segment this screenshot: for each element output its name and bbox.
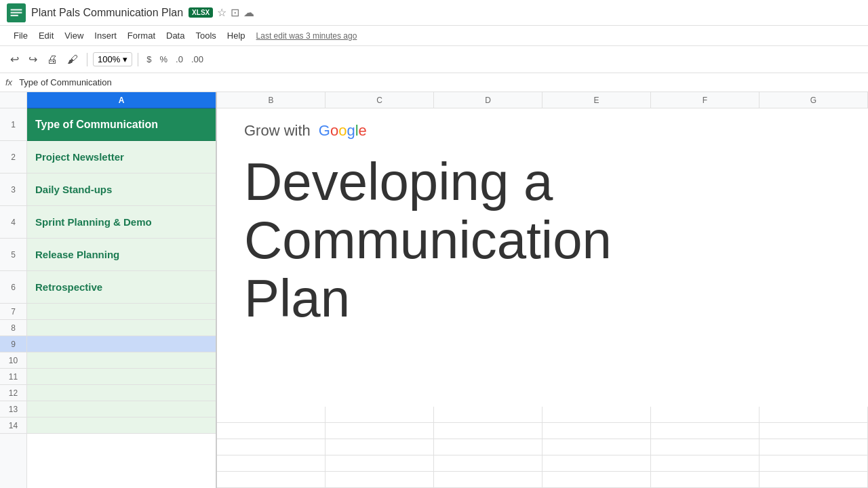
- grid-cell-b11[interactable]: [217, 439, 326, 455]
- grow-text: Grow with: [244, 122, 311, 140]
- grid-cell-g12[interactable]: [760, 455, 868, 471]
- col-e-header[interactable]: E: [542, 92, 651, 108]
- google-o1: o: [330, 122, 338, 139]
- row-num-8: 8: [0, 320, 26, 336]
- menu-view[interactable]: View: [59, 28, 89, 43]
- row-num-14: 14: [0, 418, 26, 434]
- cell-a9[interactable]: [27, 336, 216, 352]
- grid-cell-f10[interactable]: [651, 423, 760, 439]
- redo-button[interactable]: ↪: [25, 51, 41, 68]
- col-b-header[interactable]: B: [217, 92, 326, 108]
- col-d-header[interactable]: D: [434, 92, 542, 108]
- star-icon[interactable]: ☆: [217, 6, 226, 19]
- cell-a12[interactable]: [27, 385, 216, 401]
- menu-edit[interactable]: Edit: [33, 28, 59, 43]
- grid-cell-c9[interactable]: [326, 407, 434, 422]
- grid-cell-g11[interactable]: [760, 439, 868, 455]
- row-num-7: 7: [0, 304, 26, 320]
- fx-label: fx: [5, 77, 12, 87]
- zoom-value: 100%: [98, 54, 120, 64]
- grid-cell-g13[interactable]: [760, 472, 868, 487]
- grid-cell-e9[interactable]: [542, 407, 651, 422]
- grid-cell-d11[interactable]: [434, 439, 542, 455]
- grid-cell-c10[interactable]: [326, 423, 434, 439]
- cell-a2[interactable]: Project Newsletter: [27, 141, 216, 174]
- row-num-1: 1: [0, 108, 26, 141]
- cell-a8[interactable]: [27, 320, 216, 336]
- content-area: B C D E F G Grow with Google Developing …: [217, 92, 868, 488]
- grid-cell-e11[interactable]: [542, 439, 651, 455]
- grid-cell-d12[interactable]: [434, 455, 542, 471]
- grid-cell-f9[interactable]: [651, 407, 760, 422]
- currency-button[interactable]: $: [144, 52, 154, 66]
- menu-help[interactable]: Help: [222, 28, 251, 43]
- row-num-4: 4: [0, 206, 26, 239]
- cell-a13[interactable]: [27, 401, 216, 418]
- grid-cell-b12[interactable]: [217, 455, 326, 471]
- cell-a3[interactable]: Daily Stand-ups: [27, 174, 216, 206]
- menu-data[interactable]: Data: [161, 28, 190, 43]
- col-f-header[interactable]: F: [651, 92, 760, 108]
- cell-a14[interactable]: [27, 418, 216, 434]
- grid-cell-f13[interactable]: [651, 472, 760, 487]
- grid-cell-d13[interactable]: [434, 472, 542, 487]
- cell-a6-value: Retrospective: [35, 281, 102, 293]
- menu-tools[interactable]: Tools: [190, 28, 221, 43]
- svg-rect-3: [11, 14, 18, 16]
- menu-file[interactable]: File: [8, 28, 33, 43]
- grid-cell-g9[interactable]: [760, 407, 868, 422]
- title-bar: Plant Pals Communication Plan XLSX ☆ ⊡ ☁: [0, 0, 868, 26]
- grid-row-12: [217, 455, 868, 472]
- print-button[interactable]: 🖨: [43, 52, 61, 68]
- cell-a1[interactable]: Type of Communication: [27, 108, 216, 141]
- menu-format[interactable]: Format: [122, 28, 161, 43]
- last-edit: Last edit was 3 minutes ago: [256, 31, 357, 41]
- zoom-selector[interactable]: 100% ▾: [93, 52, 132, 66]
- decimal2-button[interactable]: .00: [189, 52, 206, 66]
- grid-cell-b9[interactable]: [217, 407, 326, 422]
- grid-cell-d10[interactable]: [434, 423, 542, 439]
- cell-a6[interactable]: Retrospective: [27, 271, 216, 304]
- cell-a5[interactable]: Release Planning: [27, 239, 216, 271]
- toolbar-separator-2: [138, 53, 138, 66]
- grid-cell-f12[interactable]: [651, 455, 760, 471]
- folder-icon[interactable]: ⊡: [231, 6, 239, 19]
- cell-a10[interactable]: [27, 352, 216, 369]
- grid-cell-e12[interactable]: [542, 455, 651, 471]
- heading-line3: Plan: [244, 270, 841, 328]
- col-c-header[interactable]: C: [326, 92, 434, 108]
- paint-format-button[interactable]: 🖌: [64, 52, 81, 68]
- grid-cell-b10[interactable]: [217, 423, 326, 439]
- col-g-header[interactable]: G: [760, 92, 868, 108]
- sheets-logo: [7, 3, 26, 22]
- main-heading: Developing a Communication Plan: [244, 153, 841, 327]
- decimal1-button[interactable]: .0: [173, 52, 186, 66]
- percent-button[interactable]: %: [157, 52, 170, 66]
- cloud-icon[interactable]: ☁: [243, 6, 254, 19]
- cell-a4[interactable]: Sprint Planning & Demo: [27, 206, 216, 239]
- row-num-9: 9: [0, 336, 26, 352]
- grid-cell-f11[interactable]: [651, 439, 760, 455]
- toolbar-separator-1: [87, 53, 87, 66]
- heading-line1: Developing a: [244, 153, 841, 211]
- undo-button[interactable]: ↩: [7, 51, 22, 68]
- cell-a7[interactable]: [27, 304, 216, 320]
- row-numbers: 1 2 3 4 5 6 7 8 9 10 11 12 13 14: [0, 92, 27, 488]
- grid-cell-e13[interactable]: [542, 472, 651, 487]
- grid-cell-e10[interactable]: [542, 423, 651, 439]
- grid-cell-g10[interactable]: [760, 423, 868, 439]
- menu-insert[interactable]: Insert: [89, 28, 122, 43]
- row-num-6: 6: [0, 271, 26, 304]
- grid-cell-b13[interactable]: [217, 472, 326, 487]
- grid-cell-d9[interactable]: [434, 407, 542, 422]
- formula-input[interactable]: [19, 77, 863, 87]
- grid-cell-c11[interactable]: [326, 439, 434, 455]
- grid-cell-c13[interactable]: [326, 472, 434, 487]
- cell-a2-value: Project Newsletter: [35, 151, 124, 163]
- cell-a11[interactable]: [27, 369, 216, 385]
- xlsx-badge: XLSX: [189, 7, 213, 18]
- col-a-header[interactable]: A: [27, 92, 216, 108]
- grid-cell-c12[interactable]: [326, 455, 434, 471]
- grow-with-google-banner: Grow with Google: [244, 122, 841, 140]
- google-g: G: [319, 122, 330, 139]
